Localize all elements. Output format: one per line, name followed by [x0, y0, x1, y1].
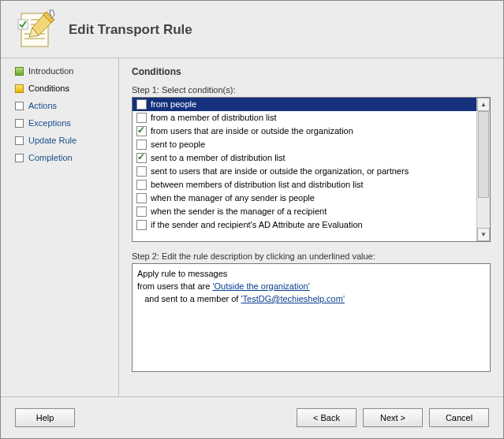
scroll-thumb[interactable] [478, 111, 489, 198]
conditions-list-inner: from people from a member of distributio… [133, 98, 476, 241]
step-current-icon [15, 84, 24, 93]
scroll-down-button[interactable]: ▼ [477, 228, 490, 241]
sidebar-item-conditions[interactable]: Conditions [15, 84, 112, 93]
condition-label: when the manager of any sender is people [151, 192, 315, 204]
scope-link[interactable]: 'Outside the organization' [212, 281, 309, 291]
condition-checkbox[interactable] [136, 153, 147, 163]
sidebar-item-completion[interactable]: Completion [15, 153, 112, 162]
condition-row[interactable]: sent to people [133, 138, 476, 151]
back-button[interactable]: < Back [297, 408, 357, 427]
rule-description: Apply rule to messages from users that a… [132, 263, 491, 372]
condition-label: sent to users that are inside or outside… [151, 166, 409, 177]
wizard-window: Edit Transport Rule Introduction Conditi… [0, 0, 504, 439]
desc-text: from users that are [137, 281, 212, 291]
condition-row[interactable]: from people [133, 98, 476, 111]
step1-label: Step 1: Select condition(s): [132, 85, 491, 95]
step-pending-icon [15, 119, 24, 128]
condition-label: from a member of distribution list [151, 112, 277, 124]
desc-line: Apply rule to messages [137, 267, 485, 280]
next-button[interactable]: Next > [363, 408, 423, 427]
conditions-list: from people from a member of distributio… [132, 97, 491, 242]
step-pending-icon [15, 136, 24, 145]
rule-icon [15, 9, 58, 51]
condition-checkbox[interactable] [136, 206, 147, 217]
condition-checkbox[interactable] [136, 126, 147, 136]
condition-checkbox[interactable] [136, 166, 147, 177]
sidebar-item-introduction[interactable]: Introduction [15, 66, 112, 76]
section-title: Conditions [132, 66, 491, 77]
condition-row[interactable]: when the manager of any sender is people [133, 192, 476, 205]
condition-checkbox[interactable] [136, 180, 147, 190]
condition-row[interactable]: if the sender and recipient's AD Attribu… [133, 218, 476, 232]
condition-checkbox[interactable] [136, 193, 147, 203]
cancel-button[interactable]: Cancel [429, 408, 489, 427]
condition-row[interactable]: when the sender is the manager of a reci… [133, 205, 476, 218]
condition-label: sent to people [151, 139, 205, 151]
condition-label: sent to a member of distribution list [151, 152, 286, 164]
sidebar-item-label: Completion [28, 153, 73, 162]
condition-label: when the sender is the manager of a reci… [151, 206, 327, 218]
step-complete-icon [15, 67, 24, 76]
condition-label: if the sender and recipient's AD Attribu… [151, 219, 363, 231]
condition-row[interactable]: between members of distribution list and… [133, 178, 476, 192]
step-pending-icon [15, 102, 24, 110]
scroll-track[interactable] [477, 111, 490, 228]
condition-row[interactable]: from users that are inside or outside th… [133, 125, 476, 138]
step2-label: Step 2: Edit the rule description by cli… [132, 251, 491, 261]
desc-line: from users that are 'Outside the organiz… [137, 280, 485, 292]
scrollbar[interactable]: ▲ ▼ [476, 98, 490, 241]
sidebar-item-exceptions[interactable]: Exceptions [15, 118, 112, 128]
help-button[interactable]: Help [15, 408, 75, 427]
wizard-body: Introduction Conditions Actions Exceptio… [1, 58, 503, 396]
condition-checkbox[interactable] [136, 220, 147, 230]
condition-row[interactable]: from a member of distribution list [133, 111, 476, 125]
header: Edit Transport Rule [1, 1, 503, 58]
condition-label: between members of distribution list and… [151, 179, 364, 191]
header-title: Edit Transport Rule [69, 22, 192, 38]
condition-checkbox[interactable] [136, 113, 147, 123]
sidebar-item-label: Conditions [28, 84, 69, 93]
condition-row[interactable]: sent to a member of distribution list [133, 151, 476, 165]
condition-label: from users that are inside or outside th… [151, 125, 353, 137]
desc-text: and sent to a member of [137, 294, 241, 303]
sidebar: Introduction Conditions Actions Exceptio… [1, 58, 119, 396]
sidebar-item-actions[interactable]: Actions [15, 101, 112, 110]
footer: Help < Back Next > Cancel [1, 396, 503, 438]
condition-checkbox[interactable] [136, 140, 147, 150]
distribution-list-link[interactable]: 'TestDG@techieshelp.com' [241, 294, 345, 303]
condition-label: from people [151, 99, 196, 110]
condition-checkbox[interactable] [136, 99, 147, 110]
scroll-up-button[interactable]: ▲ [477, 98, 490, 111]
condition-row[interactable]: sent to users that are inside or outside… [133, 165, 476, 178]
sidebar-item-update-rule[interactable]: Update Rule [15, 136, 112, 145]
sidebar-item-label: Exceptions [28, 118, 71, 128]
main-panel: Conditions Step 1: Select condition(s): … [119, 58, 503, 396]
desc-line: and sent to a member of 'TestDG@techiesh… [137, 292, 485, 305]
sidebar-item-label: Actions [28, 101, 57, 110]
step-pending-icon [15, 154, 24, 162]
sidebar-item-label: Introduction [28, 66, 73, 76]
sidebar-item-label: Update Rule [28, 136, 77, 145]
